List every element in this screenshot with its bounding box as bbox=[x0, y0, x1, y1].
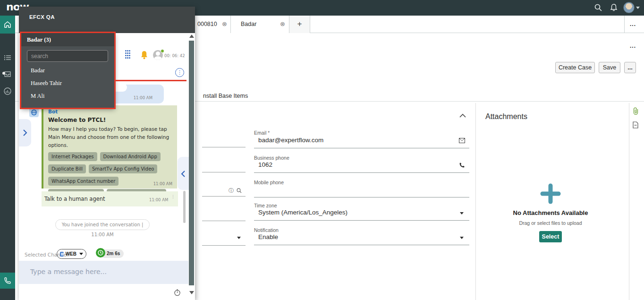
chevron-right-icon bbox=[23, 129, 27, 137]
contacts-dropdown-header: Badar (3) bbox=[21, 33, 115, 46]
contacts-search-input[interactable] bbox=[27, 50, 108, 62]
bot-message-bubble: Bot Welcome to PTCL! How may I help you … bbox=[42, 105, 177, 189]
message-timestamp: 11:00 AM bbox=[153, 181, 172, 186]
search-icon[interactable] bbox=[594, 3, 602, 12]
tabbar-separator bbox=[624, 16, 625, 33]
sidebar-item-lists[interactable] bbox=[3, 53, 12, 62]
add-attachment-plus-icon[interactable] bbox=[540, 183, 561, 204]
scrollbar-thumb[interactable] bbox=[189, 41, 194, 285]
quick-reply-button[interactable]: SmartTv App Config Video bbox=[89, 164, 157, 173]
tab-close-icon[interactable]: ⊗ bbox=[222, 20, 227, 27]
email-icon bbox=[459, 138, 465, 143]
tab-close-icon[interactable]: ⊗ bbox=[280, 20, 285, 27]
chat-window-titlebar[interactable]: EFCX QA bbox=[19, 7, 195, 33]
chevron-left-icon bbox=[181, 170, 186, 178]
field-business-phone: Business phone 1062 bbox=[254, 153, 289, 162]
conversation-menu-button[interactable]: ⋮ bbox=[175, 68, 184, 77]
field-underline bbox=[254, 172, 469, 173]
attachments-panel-title: Attachments bbox=[485, 112, 527, 121]
email-field[interactable]: badar@expertflow.com bbox=[258, 137, 461, 144]
panel-divider bbox=[475, 103, 476, 300]
home-icon bbox=[3, 20, 12, 29]
sidebar-item-dashboard[interactable] bbox=[3, 87, 12, 95]
contacts-dropdown: Badar (3) Badar Haseeb Tahir M Ali bbox=[21, 33, 115, 108]
collapse-section-icon[interactable] bbox=[459, 113, 466, 118]
field-label: Time zone bbox=[254, 203, 277, 208]
field-underline bbox=[202, 221, 246, 221]
quick-reply-button[interactable]: Internet Packages bbox=[48, 152, 97, 161]
tab-overflow-menu-button[interactable]: ... bbox=[630, 21, 636, 27]
save-button[interactable]: Save bbox=[599, 62, 620, 73]
more-actions-button[interactable]: ... bbox=[624, 62, 636, 73]
history-clock-icon[interactable] bbox=[174, 289, 181, 296]
new-tab-button[interactable]: + bbox=[289, 16, 310, 33]
paperclip-icon[interactable] bbox=[633, 107, 639, 115]
quick-reply-button[interactable]: Duplicate Bill bbox=[48, 164, 86, 173]
bot-sender-name: Bot bbox=[48, 109, 172, 114]
contact-list-item[interactable]: Badar bbox=[21, 64, 115, 77]
phone-icon bbox=[459, 162, 465, 168]
document-icon[interactable] bbox=[633, 121, 638, 129]
tab-label: Badar bbox=[241, 21, 256, 27]
message-input-area bbox=[19, 261, 188, 284]
chat-notifications-bell-icon[interactable] bbox=[140, 50, 149, 60]
contact-list-item[interactable]: Haseeb Tahir bbox=[21, 77, 115, 90]
left-nav-sidebar bbox=[0, 16, 15, 300]
avatar-caret-icon bbox=[636, 7, 640, 9]
field-time-zone: Time zone System (America/Los_Angeles) bbox=[254, 201, 277, 209]
panel-collapse-handle[interactable] bbox=[178, 157, 189, 190]
field-email: Email* badar@expertflow.com bbox=[254, 128, 270, 137]
chevron-down-icon bbox=[79, 253, 83, 255]
select-arrow-icon[interactable] bbox=[237, 237, 241, 239]
section-tab-install-base-items[interactable]: nstall Base Items bbox=[203, 93, 248, 99]
field-underline bbox=[202, 245, 246, 246]
record-context-menu-button[interactable]: ... bbox=[630, 43, 636, 49]
field-underline bbox=[254, 148, 469, 148]
dialpad-icon[interactable] bbox=[125, 50, 133, 60]
bot-message-body: How may I help you today? To begin, plea… bbox=[48, 125, 173, 149]
channel-selector[interactable]: WEB bbox=[57, 249, 86, 259]
select-files-button[interactable]: Select bbox=[539, 231, 562, 242]
field-label: Business phone bbox=[254, 155, 289, 161]
field-label: Email bbox=[254, 130, 266, 136]
scrollbar-up-arrow[interactable] bbox=[189, 34, 194, 38]
agent-message-bubble: Talk to a human agent 11:00 AM ⋮ bbox=[42, 191, 178, 206]
select-arrow-icon[interactable] bbox=[460, 237, 464, 239]
user-avatar[interactable] bbox=[623, 2, 635, 13]
rail-divider bbox=[629, 103, 629, 300]
bot-avatar-icon bbox=[29, 108, 39, 117]
panel-expand-handle[interactable] bbox=[19, 119, 31, 146]
message-options-icon[interactable]: ⋮ bbox=[171, 194, 175, 199]
bot-message-title: Welcome to PTCL! bbox=[48, 117, 172, 123]
no-attachments-text: No Attachments Available bbox=[475, 209, 626, 216]
select-arrow-icon[interactable] bbox=[460, 212, 464, 214]
message-input[interactable] bbox=[19, 261, 188, 284]
notifications-bell-icon[interactable] bbox=[610, 3, 618, 12]
tab-record-badar[interactable]: Badar ⊗ bbox=[231, 16, 289, 33]
quick-reply-button[interactable]: Download Android App bbox=[100, 152, 161, 161]
time-zone-select[interactable]: System (America/Los_Angeles) bbox=[258, 209, 457, 216]
joined-conversation-banner: You have joined the conversation | 11:00… bbox=[55, 219, 150, 230]
chat-inner-scrollbar[interactable] bbox=[183, 191, 186, 223]
field-underline bbox=[202, 147, 246, 147]
chat-window-title: EFCX QA bbox=[29, 14, 55, 20]
field-label: Mobile phone bbox=[254, 180, 284, 185]
scrollbar-down-arrow[interactable] bbox=[189, 291, 194, 294]
field-mobile-phone: Mobile phone bbox=[254, 178, 284, 186]
business-phone-field[interactable]: 1062 bbox=[258, 161, 457, 168]
clock-icon bbox=[96, 248, 105, 257]
create-case-button[interactable]: Create Case bbox=[555, 62, 595, 73]
notification-select[interactable]: Enable bbox=[258, 233, 457, 240]
agent-message-text: Talk to a human agent bbox=[44, 196, 105, 202]
attachments-hint-text: Drag or select files to upload bbox=[475, 220, 626, 226]
contact-list-item[interactable]: M Ali bbox=[21, 90, 115, 103]
field-underline bbox=[254, 197, 469, 197]
field-label: Notification bbox=[254, 227, 279, 233]
tab-label: 000810 bbox=[197, 21, 217, 27]
sidebar-item-phone[interactable] bbox=[0, 273, 15, 289]
lookup-icon[interactable] bbox=[237, 188, 242, 193]
info-icon[interactable]: ⓘ bbox=[229, 187, 234, 194]
field-underline bbox=[254, 220, 469, 221]
quick-reply-button[interactable]: WhatsApp Contact number bbox=[48, 177, 119, 186]
sidebar-item-home[interactable] bbox=[0, 16, 15, 34]
